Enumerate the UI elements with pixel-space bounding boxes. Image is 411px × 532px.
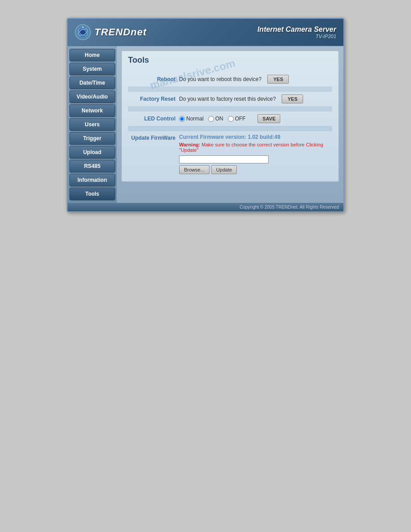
warning-prefix: Warning: bbox=[179, 142, 200, 147]
firmware-content: Current Firmware version: 1.02 build:49 … bbox=[177, 131, 332, 177]
nav-network[interactable]: Network bbox=[69, 104, 115, 117]
reboot-yes-button[interactable]: YES bbox=[267, 75, 289, 84]
nav-rs485[interactable]: RS485 bbox=[69, 160, 115, 172]
trendnet-logo-icon bbox=[75, 24, 91, 40]
sidebar: Home System Date/Time Video/Audio Networ… bbox=[68, 46, 117, 203]
led-normal-option[interactable]: Normal bbox=[179, 116, 204, 122]
copyright-text: Copyright © 2005 TRENDnet. All Rights Re… bbox=[240, 205, 339, 210]
tools-table: Reboot Do you want to reboot this device… bbox=[128, 72, 332, 177]
current-firmware-label: Current Firmware version: bbox=[179, 134, 246, 140]
factory-reset-label: Factory Reset bbox=[128, 92, 177, 106]
factory-reset-row: Factory Reset Do you want to factory res… bbox=[128, 92, 332, 106]
firmware-row: Update FirmWare Current Firmware version… bbox=[128, 131, 332, 177]
led-save-button[interactable]: SAVE bbox=[257, 114, 280, 123]
nav-home[interactable]: Home bbox=[69, 49, 115, 61]
header-title-area: Internet Camera Server TV-IP201 bbox=[257, 26, 336, 39]
header-title: Internet Camera Server bbox=[257, 26, 336, 34]
logo-text: TRENDnet bbox=[94, 26, 147, 38]
factory-reset-yes-button[interactable]: YES bbox=[282, 94, 303, 103]
firmware-file-input-box[interactable] bbox=[179, 155, 269, 163]
led-normal-label: Normal bbox=[186, 116, 204, 122]
led-off-option[interactable]: OFF bbox=[228, 116, 246, 122]
factory-reset-question: Do you want to factory reset this device… bbox=[177, 92, 332, 106]
led-normal-radio[interactable] bbox=[179, 116, 185, 122]
firmware-warning: Warning: Make sure to choose the correct… bbox=[179, 142, 330, 153]
nav-trigger[interactable]: Trigger bbox=[69, 132, 115, 145]
firmware-file-path[interactable] bbox=[180, 156, 268, 163]
reboot-label: Reboot bbox=[128, 72, 177, 86]
firmware-button-row: Browse... Update bbox=[179, 165, 330, 174]
browse-button[interactable]: Browse... bbox=[179, 165, 210, 174]
nav-tools[interactable]: Tools bbox=[69, 188, 115, 200]
page-wrapper: TRENDnet Internet Camera Server TV-IP201… bbox=[0, 0, 411, 532]
nav-upload[interactable]: Upload bbox=[69, 146, 115, 159]
footer: Copyright © 2005 TRENDnet. All Rights Re… bbox=[68, 203, 343, 211]
svg-point-5 bbox=[82, 26, 84, 28]
camera-frame: TRENDnet Internet Camera Server TV-IP201… bbox=[67, 18, 344, 212]
led-on-option[interactable]: ON bbox=[208, 116, 223, 122]
firmware-label: Update FirmWare bbox=[128, 131, 177, 177]
content-title: Tools bbox=[128, 56, 332, 67]
firmware-version-value: 1.02 build:49 bbox=[248, 134, 280, 140]
nav-information[interactable]: Information bbox=[69, 174, 115, 186]
led-off-radio[interactable] bbox=[228, 116, 234, 122]
reboot-row: Reboot Do you want to reboot this device… bbox=[128, 72, 332, 86]
nav-datetime[interactable]: Date/Time bbox=[69, 77, 115, 89]
reboot-question: Do you want to reboot this device? YES bbox=[177, 72, 332, 86]
logo-area: TRENDnet bbox=[75, 24, 147, 40]
firmware-version-line: Current Firmware version: 1.02 build:49 bbox=[179, 134, 330, 140]
led-off-label: OFF bbox=[235, 116, 246, 122]
led-control-label: LED Control bbox=[128, 112, 177, 126]
led-on-radio[interactable] bbox=[208, 116, 214, 122]
nav-videoaudio[interactable]: Video/Audio bbox=[69, 90, 115, 103]
led-control-row: LED Control Normal bbox=[128, 112, 332, 126]
nav-system[interactable]: System bbox=[69, 63, 115, 75]
nav-users[interactable]: Users bbox=[69, 118, 115, 131]
header: TRENDnet Internet Camera Server TV-IP201 bbox=[68, 19, 343, 46]
led-control-options: Normal ON OFF bbox=[177, 112, 332, 126]
content-box: manualsrive.com Tools Reboot Do you want… bbox=[121, 51, 339, 182]
header-subtitle: TV-IP201 bbox=[257, 34, 336, 39]
main-layout: Home System Date/Time Video/Audio Networ… bbox=[68, 46, 343, 203]
led-on-label: ON bbox=[215, 116, 223, 122]
content-area: manualsrive.com Tools Reboot Do you want… bbox=[117, 46, 343, 203]
warning-message: Make sure to choose the correct version … bbox=[179, 142, 323, 153]
update-button[interactable]: Update bbox=[211, 165, 237, 174]
led-radio-group: Normal ON OFF bbox=[179, 114, 330, 123]
